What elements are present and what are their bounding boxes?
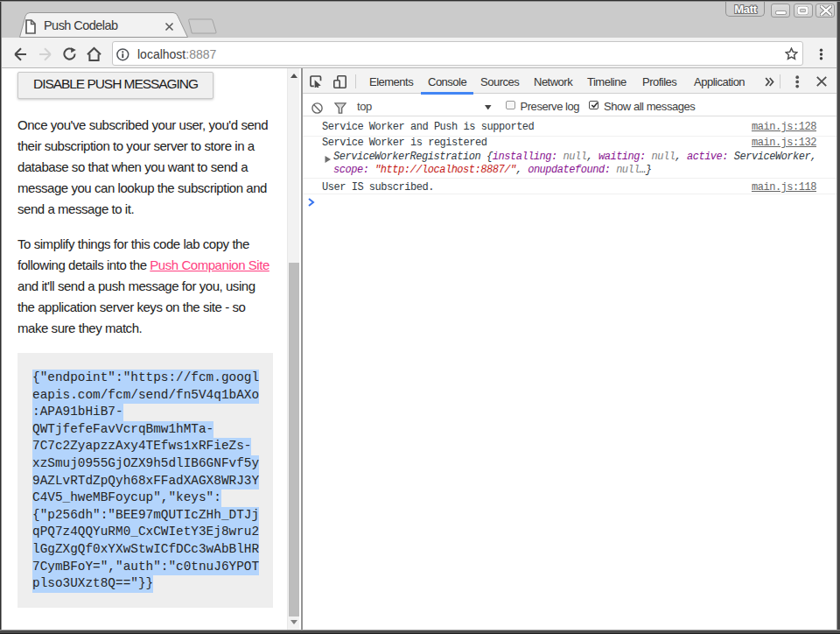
svg-text:Matt: Matt xyxy=(734,3,757,16)
